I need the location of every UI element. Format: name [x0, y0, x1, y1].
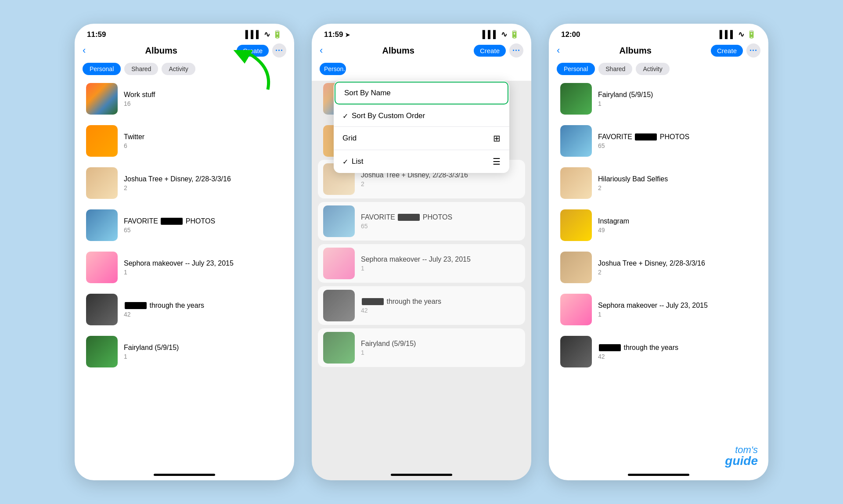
- back-button-3[interactable]: ‹: [557, 45, 560, 56]
- album-item-joshua[interactable]: Joshua Tree + Disney, 2/28-3/3/16 2: [81, 164, 288, 202]
- album-item-fairyland[interactable]: Fairyland (5/9/15) 1: [81, 332, 288, 371]
- status-bar-2: 11:59 ➤ ▌▌▌ ∿ 🔋: [312, 24, 531, 41]
- album-name-favorite: FAVORITE PHOTOS: [124, 217, 283, 226]
- album-name-fairyland: Fairyland (5/9/15): [124, 343, 283, 353]
- album-thumb-3-joshua: [560, 252, 592, 283]
- album-count-2-through: 42: [361, 307, 520, 314]
- dropdown-list[interactable]: ✓ List ☰: [334, 150, 509, 173]
- album-count-2-joshua: 2: [361, 180, 520, 187]
- album-thumb-2-fairyland: [323, 332, 355, 364]
- album-item-3-through[interactable]: through the years 42: [555, 332, 762, 371]
- album-count-sephora: 1: [124, 269, 283, 276]
- create-button-2[interactable]: Create: [474, 45, 506, 57]
- album-item-favorite[interactable]: FAVORITE PHOTOS 65: [81, 206, 288, 245]
- album-name-3-selfies: Hilariously Bad Selfies: [598, 175, 757, 184]
- back-button-2[interactable]: ‹: [320, 45, 323, 56]
- tab-personal-partial[interactable]: Person...: [320, 63, 346, 75]
- album-count-twitter: 6: [124, 142, 283, 149]
- more-button-1[interactable]: ···: [272, 43, 286, 58]
- album-item-3-sephora[interactable]: Sephora makeover -- July 23, 2015 1: [555, 290, 762, 329]
- album-name-through: through the years: [124, 301, 283, 310]
- album-thumb-2-favorite: [323, 205, 355, 237]
- tab-shared-1[interactable]: Shared: [124, 63, 158, 75]
- album-item-3-favorite[interactable]: FAVORITE PHOTOS 65: [555, 122, 762, 160]
- redacted-block-2a: [398, 214, 420, 221]
- album-thumb-workstuff: [86, 83, 118, 115]
- album-item-2-sephora: Sephora makeover -- July 23, 2015 1: [318, 244, 525, 283]
- album-name-workstuff: Work stuff: [124, 90, 283, 100]
- album-item-2-favorite: FAVORITE PHOTOS 65: [318, 202, 525, 241]
- album-count-2-fairyland: 1: [361, 349, 520, 356]
- album-name-2-through: through the years: [361, 297, 520, 306]
- signal-icon: ▌▌▌: [245, 30, 261, 39]
- tab-personal-1[interactable]: Personal: [83, 63, 121, 75]
- home-indicator-1: [154, 474, 215, 476]
- album-info-2-sephora: Sephora makeover -- July 23, 2015 1: [361, 255, 520, 272]
- album-info-3-selfies: Hilariously Bad Selfies 2: [598, 175, 757, 192]
- more-button-2[interactable]: ···: [509, 43, 523, 58]
- album-thumb-2-through: [323, 290, 355, 321]
- album-count-3-selfies: 2: [598, 184, 757, 191]
- back-button-1[interactable]: ‹: [83, 45, 86, 56]
- dropdown-grid[interactable]: Grid ⊞: [334, 127, 509, 150]
- album-count-joshua: 2: [124, 184, 283, 191]
- status-time-1: 11:59: [87, 30, 106, 39]
- album-info-2-through: through the years 42: [361, 297, 520, 314]
- dropdown-menu: Sort By Name ✓ Sort By Custom Order Grid…: [334, 81, 509, 173]
- album-count-3-joshua: 2: [598, 269, 757, 276]
- album-thumb-3-through: [560, 336, 592, 367]
- album-item-2-through: through the years 42: [318, 286, 525, 325]
- album-item-3-fairyland[interactable]: Fairyland (5/9/15) 1: [555, 79, 762, 118]
- phone-1: 11:59 ▌▌▌ ∿ 🔋 ‹ Albums Create ··· Person…: [75, 24, 294, 480]
- more-button-3[interactable]: ···: [746, 43, 760, 58]
- album-thumb-3-instagram: [560, 209, 592, 241]
- album-name-2-favorite: FAVORITE PHOTOS: [361, 213, 520, 222]
- nav-bar-3: ‹ Albums Create ···: [549, 41, 768, 61]
- dropdown-check-custom: ✓ Sort By Custom Order: [342, 112, 425, 120]
- status-time-3: 12:00: [561, 30, 580, 39]
- tab-activity-1[interactable]: Activity: [162, 63, 195, 75]
- album-item-workstuff[interactable]: Work stuff 16: [81, 79, 288, 118]
- album-info-3-fairyland: Fairyland (5/9/15) 1: [598, 90, 757, 108]
- redacted-block-2b: [362, 298, 384, 305]
- album-name-3-favorite: FAVORITE PHOTOS: [598, 133, 757, 142]
- album-item-sephora[interactable]: Sephora makeover -- July 23, 2015 1: [81, 248, 288, 287]
- album-name-3-fairyland: Fairyland (5/9/15): [598, 90, 757, 100]
- battery-icon-2: 🔋: [510, 30, 519, 39]
- album-info-3-instagram: Instagram 49: [598, 217, 757, 234]
- tab-activity-3[interactable]: Activity: [636, 63, 669, 75]
- redacted-block-3b: [599, 344, 621, 351]
- create-button-3[interactable]: Create: [711, 45, 743, 57]
- album-info-2-fairyland: Fairyland (5/9/15) 1: [361, 339, 520, 356]
- album-info-3-sephora: Sephora makeover -- July 23, 2015 1: [598, 301, 757, 318]
- album-thumb-2-sephora: [323, 248, 355, 279]
- nav-title-3: Albums: [619, 46, 651, 56]
- create-button-1[interactable]: Create: [237, 45, 269, 57]
- nav-title-2: Albums: [382, 46, 414, 56]
- redacted-block-3a: [635, 133, 657, 140]
- album-name-3-through: through the years: [598, 343, 757, 353]
- album-thumb-sephora: [86, 252, 118, 283]
- album-info-2-joshua: Joshua Tree + Disney, 2/28-3/3/16 2: [361, 171, 520, 188]
- phone-2: 11:59 ➤ ▌▌▌ ∿ 🔋 ‹ Albums Create ··· Pers…: [312, 24, 531, 480]
- album-item-3-joshua[interactable]: Joshua Tree + Disney, 2/28-3/3/16 2: [555, 248, 762, 287]
- album-count-fairyland: 1: [124, 353, 283, 360]
- album-item-twitter[interactable]: Twitter 6: [81, 122, 288, 160]
- tab-personal-3[interactable]: Personal: [557, 63, 595, 75]
- tab-shared-3[interactable]: Shared: [598, 63, 632, 75]
- tabs-3: Personal Shared Activity: [549, 61, 768, 79]
- dropdown-sort-custom[interactable]: ✓ Sort By Custom Order: [334, 105, 509, 127]
- album-count-3-instagram: 49: [598, 227, 757, 234]
- album-thumb-3-selfies: [560, 167, 592, 199]
- album-item-3-selfies[interactable]: Hilariously Bad Selfies 2: [555, 164, 762, 202]
- album-name-twitter: Twitter: [124, 133, 283, 142]
- album-info-fairyland: Fairyland (5/9/15) 1: [124, 343, 283, 360]
- dropdown-icon-grid: ⊞: [493, 133, 501, 144]
- guide-text: guide: [725, 455, 758, 467]
- battery-icon: 🔋: [273, 30, 282, 39]
- dropdown-sort-by-name[interactable]: Sort By Name: [335, 82, 508, 104]
- album-item-3-instagram[interactable]: Instagram 49: [555, 206, 762, 245]
- album-count-3-favorite: 65: [598, 142, 757, 149]
- redacted-block-2: [125, 302, 147, 309]
- album-item-through[interactable]: through the years 42: [81, 290, 288, 329]
